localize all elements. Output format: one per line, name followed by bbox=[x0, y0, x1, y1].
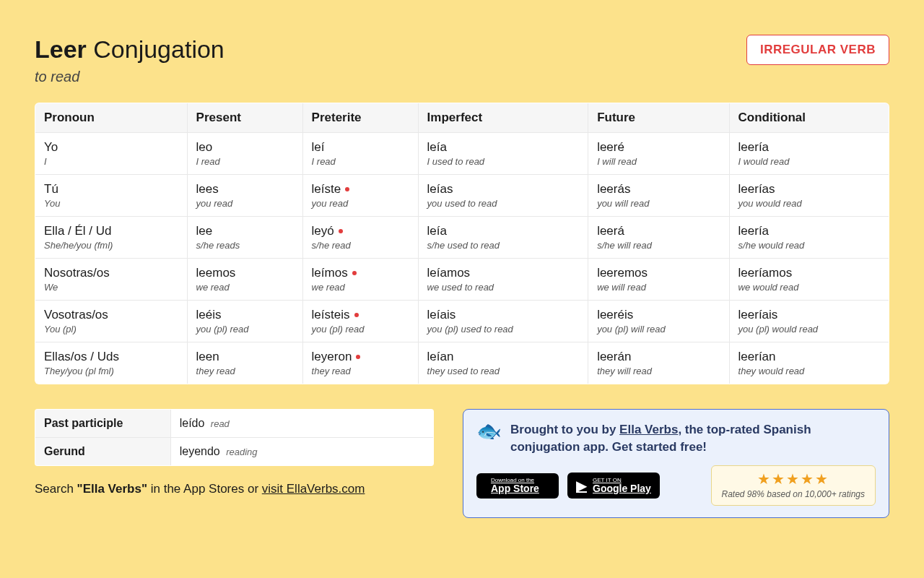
pronoun: Nosotras/os bbox=[44, 266, 178, 280]
conjugation-cell: leeríamoswe would read bbox=[729, 258, 889, 300]
conjugation-cell: leoI read bbox=[187, 132, 302, 174]
conjugation-cell: leíaisyou (pl) used to read bbox=[418, 300, 588, 342]
verb-translation: you used to read bbox=[427, 198, 580, 209]
conjugation-cell: leyós/he read bbox=[302, 216, 418, 258]
verb-form: leerías bbox=[738, 182, 880, 197]
verb-translation: we will read bbox=[597, 282, 720, 293]
verb-translation: you (pl) used to read bbox=[427, 324, 580, 335]
table-row: TúYouleesyou readleísteyou readleíasyou … bbox=[35, 174, 889, 216]
pronoun-cell: TúYou bbox=[35, 174, 188, 216]
app-store-badge[interactable]: Download on the App Store bbox=[476, 473, 559, 499]
pronoun: Ellas/os / Uds bbox=[44, 350, 178, 364]
column-header: Imperfect bbox=[418, 103, 588, 132]
verb-translation: you would read bbox=[738, 198, 880, 209]
verb-form: leía bbox=[427, 140, 580, 155]
conjugation-cell: leerías/he would read bbox=[729, 216, 889, 258]
verb-translation: we used to read bbox=[427, 282, 580, 293]
conjugation-cell: leeremoswe will read bbox=[588, 258, 729, 300]
participle-cell: leído read bbox=[170, 409, 433, 437]
participle-label: Past participle bbox=[35, 409, 171, 437]
verb-form: leerás bbox=[597, 182, 720, 197]
visit-ellaverbs-link[interactable]: visit EllaVerbs.com bbox=[262, 482, 365, 496]
conjugation-cell: leías/he used to read bbox=[418, 216, 588, 258]
conjugation-cell: leyeronthey read bbox=[302, 342, 418, 384]
verb-form: leemos bbox=[196, 266, 294, 280]
verb-translation: I read bbox=[196, 156, 294, 167]
verb-translation: you (pl) read bbox=[312, 324, 409, 335]
search-prefix: Search bbox=[35, 482, 77, 496]
conjugation-cell: leíI read bbox=[302, 132, 418, 174]
participle-row: Gerundleyendo reading bbox=[35, 437, 434, 465]
verb-form: leeréis bbox=[597, 308, 720, 322]
column-header: Preterite bbox=[302, 103, 418, 132]
verb-form: leíste bbox=[312, 182, 409, 197]
pronoun-translation: They/you (pl fml) bbox=[44, 366, 178, 376]
conjugation-cell: leímoswe read bbox=[302, 258, 418, 300]
rating-text: Rated 98% based on 10,000+ ratings bbox=[722, 489, 865, 499]
participle-translation: read bbox=[211, 418, 230, 429]
verb-form: leeríais bbox=[738, 308, 880, 322]
pronoun: Yo bbox=[44, 140, 178, 155]
column-header: Present bbox=[187, 103, 302, 132]
verb-form: leeríamos bbox=[738, 266, 880, 280]
conjugation-cell: leíamoswe used to read bbox=[418, 258, 588, 300]
conjugation-cell: leéisyou (pl) read bbox=[187, 300, 302, 342]
verb-form: leías bbox=[427, 182, 580, 197]
verb-form: leeremos bbox=[597, 266, 720, 280]
participle-row: Past participleleído read bbox=[35, 409, 434, 437]
verb-translation: we would read bbox=[738, 282, 880, 293]
verb-form: leería bbox=[738, 224, 880, 238]
verb-form: leerán bbox=[597, 350, 720, 364]
app-logo-icon: 🐟 bbox=[476, 421, 502, 441]
verb-translation: you will read bbox=[597, 198, 720, 209]
verb-form: leéis bbox=[196, 308, 294, 322]
pronoun: Ella / Él / Ud bbox=[44, 224, 178, 238]
column-header: Conditional bbox=[729, 103, 889, 132]
conjugation-cell: leíaI used to read bbox=[418, 132, 588, 174]
verb-form: leíamos bbox=[427, 266, 580, 280]
conjugation-cell: leíasyou used to read bbox=[418, 174, 588, 216]
table-row: Vosotras/osYou (pl)leéisyou (pl) readleí… bbox=[35, 300, 889, 342]
play-big-text: Google Play bbox=[593, 483, 651, 494]
verb-translation: they will read bbox=[597, 366, 720, 376]
conjugation-cell: leesyou read bbox=[187, 174, 302, 216]
conjugation-cell: leeréisyou (pl) will read bbox=[588, 300, 729, 342]
pronoun-cell: Vosotras/osYou (pl) bbox=[35, 300, 188, 342]
verb-form: leen bbox=[196, 350, 294, 364]
search-middle: in the App Stores or bbox=[147, 482, 262, 496]
verb-translation: I used to read bbox=[427, 156, 580, 167]
table-row: Ellas/os / UdsThey/you (pl fml)leenthey … bbox=[35, 342, 889, 384]
verb-translation: you read bbox=[312, 198, 409, 209]
participle-form: leído bbox=[180, 417, 205, 429]
ella-verbs-link[interactable]: Ella Verbs bbox=[619, 423, 678, 436]
appstore-big-text: App Store bbox=[491, 483, 539, 494]
verb-form: leería bbox=[738, 140, 880, 155]
irregular-verb-badge: IRREGULAR VERB bbox=[746, 35, 889, 65]
conjugation-cell: leísteisyou (pl) read bbox=[302, 300, 418, 342]
promo-prefix: Brought to you by bbox=[510, 423, 619, 436]
pronoun-cell: YoI bbox=[35, 132, 188, 174]
verb-translation: they would read bbox=[738, 366, 880, 376]
participle-label: Gerund bbox=[35, 437, 171, 465]
verb-translation: we read bbox=[312, 282, 409, 293]
pronoun-translation: You (pl) bbox=[44, 324, 178, 335]
pronoun: Tú bbox=[44, 182, 178, 197]
verb-translation: I read bbox=[312, 156, 409, 167]
play-icon: ▶ bbox=[576, 477, 587, 494]
conjugation-cell: leerás/he will read bbox=[588, 216, 729, 258]
participle-table: Past participleleído readGerundleyendo r… bbox=[35, 409, 434, 466]
google-play-badge[interactable]: ▶ GET IT ON Google Play bbox=[567, 473, 660, 499]
promo-box: 🐟 Brought to you by Ella Verbs, the top-… bbox=[463, 409, 889, 519]
verb-form: leeré bbox=[597, 140, 720, 155]
page-title: Leer Conjugation bbox=[35, 35, 225, 64]
table-row: YoIleoI readleíI readleíaI used to readl… bbox=[35, 132, 889, 174]
participle-translation: reading bbox=[226, 447, 257, 457]
participle-cell: leyendo reading bbox=[170, 437, 433, 465]
pronoun: Vosotras/os bbox=[44, 308, 178, 322]
pronoun-translation: I bbox=[44, 156, 178, 167]
verb-translation: s/he will read bbox=[597, 240, 720, 251]
pronoun-translation: She/he/you (fml) bbox=[44, 240, 178, 251]
verb-form: leyó bbox=[312, 224, 409, 238]
pronoun-cell: Ella / Él / UdShe/he/you (fml) bbox=[35, 216, 188, 258]
verb-form: lee bbox=[196, 224, 294, 238]
